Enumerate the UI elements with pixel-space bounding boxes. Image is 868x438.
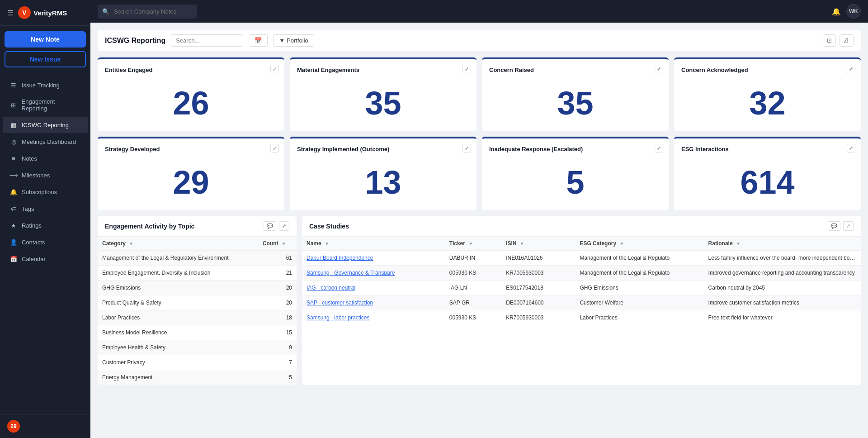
case-col-name: Name ▼ — [302, 237, 445, 251]
case-chat-button[interactable]: 💬 — [828, 221, 840, 231]
engagement-table-row: Labor Practices 18 — [98, 310, 297, 325]
kpi-card-entities-engaged: Entities Engaged ⤢ 26 — [98, 57, 284, 131]
isin-filter-icon[interactable]: ▼ — [520, 241, 524, 246]
kpi-value-material-engagements: 35 — [297, 82, 469, 124]
user-avatar[interactable]: WK — [846, 4, 861, 19]
case-name[interactable]: IAG - carbon neutral — [302, 281, 445, 295]
nav-icon-tags: 🏷 — [10, 205, 17, 212]
engagement-table-row: Customer Privacy 7 — [98, 355, 297, 370]
engagement-count: 18 — [258, 310, 297, 325]
engagement-count: 5 — [258, 370, 297, 385]
kpi-card-concern-acknowledged: Concern Acknowledged ⤢ 32 — [674, 57, 861, 131]
kpi-expand-concern-acknowledged[interactable]: ⤢ — [847, 65, 855, 73]
ticker-filter-icon[interactable]: ▼ — [468, 241, 473, 246]
case-table-row: SAP - customer satisfaction SAP GR DE000… — [302, 295, 861, 310]
kpi-title-inadequate-response: Inadequate Response (Escalated) — [489, 146, 661, 152]
bottom-grid: Engagement Activity by Topic 💬 ⤢ Categor… — [98, 216, 861, 385]
sidebar-item-milestones[interactable]: ⟿Milestones — [3, 167, 88, 183]
engagement-category: GHG Emissions — [98, 281, 258, 295]
kpi-value-strategy-developed: 29 — [105, 162, 277, 203]
kpi-expand-entities-engaged[interactable]: ⤢ — [270, 65, 279, 73]
hamburger-icon[interactable]: ☰ — [7, 9, 14, 17]
case-col-esg: ESG Category ▼ — [575, 237, 703, 251]
category-filter-icon[interactable]: ▼ — [129, 241, 133, 246]
nav-label-icswg-reporting: ICSWG Reporting — [22, 122, 69, 129]
engagement-activity-title: Engagement Activity by Topic — [105, 223, 194, 230]
nav-label-subscriptions: Subscriptions — [22, 189, 57, 195]
engagement-table-row: Energy Management 5 — [98, 370, 297, 385]
case-name[interactable]: Dabur Board Independence — [302, 251, 445, 266]
kpi-value-inadequate-response: 5 — [489, 162, 661, 203]
nav-icon-ratings: ★ — [10, 222, 17, 229]
kpi-expand-concern-raised[interactable]: ⤢ — [655, 65, 663, 73]
kpi-card-material-engagements: Material Engagements ⤢ 35 — [290, 57, 476, 131]
sidebar-item-calendar[interactable]: 📅Calendar — [3, 251, 88, 267]
case-isin: DE0007164600 — [501, 295, 575, 310]
engagement-category: Business Model Resllience — [98, 325, 258, 340]
kpi-row1: Entities Engaged ⤢ 26 Material Engagemen… — [98, 57, 861, 131]
case-isin: KR7005930003 — [501, 266, 575, 281]
case-studies-title: Case Studies — [309, 223, 349, 230]
case-expand-button[interactable]: ⤢ — [843, 221, 854, 231]
sidebar-item-notes[interactable]: ≡Notes — [3, 150, 88, 167]
engagement-table-row: Business Model Resllience 15 — [98, 325, 297, 340]
kpi-title-entities-engaged: Entities Engaged — [105, 67, 277, 73]
kpi-value-esg-interactions: 614 — [681, 162, 854, 203]
sidebar-item-subscriptions[interactable]: 🔔Subscriptions — [3, 184, 88, 200]
rationale-filter-icon[interactable]: ▼ — [736, 241, 741, 246]
count-filter-icon[interactable]: ▼ — [282, 241, 286, 246]
name-filter-icon[interactable]: ▼ — [325, 241, 329, 246]
share-button[interactable]: ⊡ — [823, 34, 836, 47]
sidebar-header: ☰ V VerityRMS — [0, 0, 90, 26]
kpi-expand-material-engagements[interactable]: ⤢ — [462, 65, 471, 73]
sidebar-item-icswg-reporting[interactable]: ▦ICSWG Reporting — [3, 117, 88, 133]
case-isin: INE016A01026 — [501, 251, 575, 266]
sidebar-item-contacts[interactable]: 👤Contacts — [3, 234, 88, 250]
print-button[interactable]: 🖨 — [840, 34, 854, 47]
header-actions-right: ⊡ 🖨 — [823, 34, 854, 47]
kpi-expand-strategy-implemented[interactable]: ⤢ — [462, 144, 471, 152]
case-name[interactable]: Samsung - labor practices — [302, 310, 445, 325]
kpi-expand-esg-interactions[interactable]: ⤢ — [847, 144, 855, 152]
kpi-title-material-engagements: Material Engagements — [297, 67, 469, 73]
case-rationale: Free text field for whatever — [704, 310, 861, 325]
case-name[interactable]: Samsung - Governance & Transpare — [302, 266, 445, 281]
case-name[interactable]: SAP - customer satisfaction — [302, 295, 445, 310]
kpi-expand-inadequate-response[interactable]: ⤢ — [655, 144, 663, 152]
calendar-button[interactable]: 📅 — [249, 34, 268, 47]
case-ticker: 005930 KS — [445, 266, 501, 281]
case-ticker: 005930 KS — [445, 310, 501, 325]
kpi-card-strategy-developed: Strategy Developed ⤢ 29 — [98, 137, 284, 210]
kpi-expand-strategy-developed[interactable]: ⤢ — [270, 144, 279, 152]
case-ticker: SAP GR — [445, 295, 501, 310]
esg-filter-icon[interactable]: ▼ — [619, 241, 624, 246]
engagement-chat-button[interactable]: 💬 — [264, 221, 276, 231]
case-ticker: IAG LN — [445, 281, 501, 295]
sidebar-item-issue-tracking[interactable]: ☰Issue Tracking — [3, 77, 88, 93]
new-note-button[interactable]: New Note — [5, 31, 86, 48]
sidebar-item-engagement-reporting[interactable]: ⊞Engagement Reporting — [3, 94, 88, 116]
bell-icon[interactable]: 🔔 — [832, 7, 841, 16]
notification-badge[interactable]: 29 — [7, 420, 20, 433]
engagement-table-row: Product Quality & Safety 20 — [98, 295, 297, 310]
nav-label-tags: Tags — [22, 205, 34, 212]
new-issue-button[interactable]: New Issue — [5, 51, 86, 67]
kpi-title-concern-raised: Concern Raised — [489, 67, 661, 73]
engagement-table-row: GHG Emissions 20 — [98, 281, 297, 295]
kpi-card-inadequate-response: Inadequate Response (Escalated) ⤢ 5 — [482, 137, 669, 210]
sidebar-item-tags[interactable]: 🏷Tags — [3, 200, 88, 217]
nav-icon-contacts: 👤 — [10, 238, 17, 246]
topbar-icons: 🔔 WK — [832, 4, 861, 19]
sidebar-item-ratings[interactable]: ★Ratings — [3, 217, 88, 233]
sidebar-item-meetings-dashboard[interactable]: ◎Meetings Dashboard — [3, 133, 88, 150]
engagement-count: 20 — [258, 281, 297, 295]
search-input[interactable] — [98, 5, 197, 19]
engagement-category: Product Quality & Safety — [98, 295, 258, 310]
nav-label-issue-tracking: Issue Tracking — [22, 82, 60, 89]
portfolio-filter-button[interactable]: ▼ Portfolio — [273, 34, 314, 47]
header-search-input[interactable] — [171, 34, 243, 47]
kpi-value-entities-engaged: 26 — [105, 82, 277, 124]
engagement-tbody: Management of the Legal & Regulatory Env… — [98, 251, 297, 385]
engagement-expand-button[interactable]: ⤢ — [279, 221, 289, 231]
main-content: 🔍 🔔 WK ICSWG Reporting 📅 ▼ Portfolio ⊡ 🖨 — [90, 0, 868, 438]
